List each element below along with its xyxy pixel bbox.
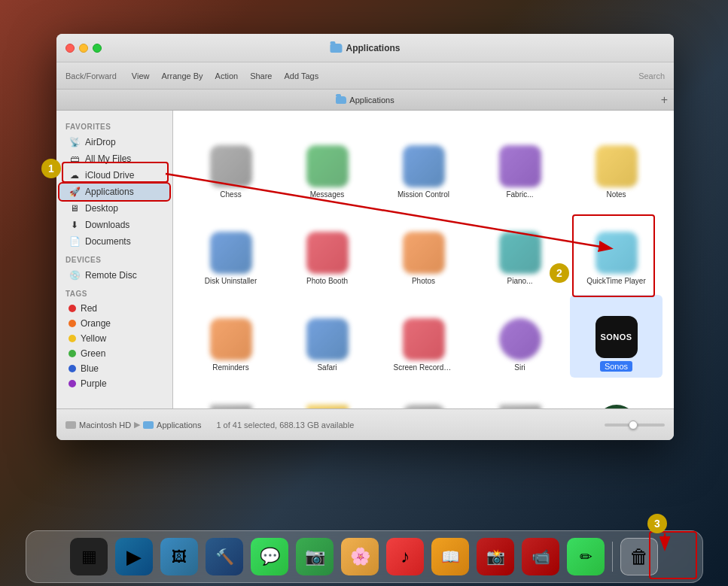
- dock-item-image-browser[interactable]: 🖼: [159, 536, 200, 577]
- arrange-by-button[interactable]: Arrange By: [162, 71, 203, 80]
- app-item-siri[interactable]: Siri: [474, 295, 566, 378]
- app-item-textedit[interactable]: TextEdit: [474, 381, 566, 408]
- sidebar-item-icloud-drive[interactable]: ☁ iCloud Drive: [59, 167, 169, 184]
- sidebar-item-tag-blue[interactable]: Blue: [59, 361, 169, 376]
- sidebar-item-tag-orange[interactable]: Orange: [59, 316, 169, 331]
- sonos-text: SONOS: [600, 332, 632, 342]
- toolbar: Back/Forward View Arrange By Action Shar…: [56, 62, 674, 90]
- blue-tag-dot: [69, 365, 76, 372]
- app-item-chess[interactable]: Chess: [184, 122, 277, 205]
- maximize-button[interactable]: [93, 44, 102, 53]
- downloads-icon: ⬇: [69, 219, 81, 231]
- app-item-sonos[interactable]: SONOS Sonos: [570, 295, 663, 378]
- dock-item-quicktime[interactable]: ▶: [114, 536, 154, 577]
- annotation-3: 3: [647, 514, 667, 533]
- dock-item-trash[interactable]: 🗑: [619, 536, 659, 577]
- photos-icon: [403, 232, 445, 274]
- app-item-messages[interactable]: Messages: [281, 122, 373, 205]
- app-item-reminders[interactable]: Reminders: [184, 295, 277, 378]
- tags-section-title: Tags: [56, 284, 172, 301]
- close-button[interactable]: [65, 44, 75, 53]
- favorites-section-title: Favorites: [56, 117, 172, 134]
- app-item-photos[interactable]: Photos: [377, 208, 470, 291]
- sidebar-item-remote-disc[interactable]: 💿 Remote Disc: [59, 267, 169, 284]
- sidebar-item-tag-red[interactable]: Red: [59, 301, 169, 316]
- minimize-button[interactable]: [79, 44, 88, 53]
- share-button[interactable]: Share: [250, 71, 272, 80]
- app-item-quicktime[interactable]: QuickTime Player: [570, 208, 663, 291]
- chess-icon: [210, 145, 252, 187]
- dock-item-photobooth[interactable]: 📸: [475, 536, 516, 577]
- title-bar: Applications: [56, 34, 674, 62]
- dock-item-photos[interactable]: 🌸: [340, 536, 380, 577]
- sketchbook-icon: ✏: [567, 538, 605, 575]
- dock-item-music[interactable]: ♪: [385, 536, 425, 577]
- size-slider[interactable]: [605, 424, 665, 427]
- desktop-icon: 🖥: [69, 202, 81, 214]
- safari-icon: [306, 318, 349, 360]
- sidebar-item-tag-purple[interactable]: Purple: [59, 376, 169, 391]
- sidebar-item-label: AirDrop: [85, 137, 116, 147]
- photo-booth-icon: [306, 232, 349, 274]
- dock-item-xcode[interactable]: 🔨: [204, 536, 245, 577]
- app-item-fabric[interactable]: Fabric...: [474, 122, 566, 205]
- dock-item-messages[interactable]: 💬: [249, 536, 290, 577]
- add-tags-button[interactable]: Add Tags: [284, 71, 318, 80]
- documents-icon: 📄: [69, 235, 81, 247]
- sidebar: Favorites 📡 AirDrop 🗃 All My Files ☁ iCl…: [56, 111, 173, 408]
- sidebar-item-documents[interactable]: 📄 Documents: [59, 233, 169, 250]
- app-label: Fabric...: [506, 190, 533, 199]
- siri-icon: [499, 318, 541, 360]
- dock-item-books[interactable]: 📖: [430, 536, 471, 577]
- sidebar-item-tag-green[interactable]: Green: [59, 346, 169, 361]
- search-button[interactable]: Search: [638, 71, 665, 80]
- messages-icon: [306, 145, 349, 187]
- sidebar-item-downloads[interactable]: ⬇ Downloads: [59, 217, 169, 233]
- app-label: Disk Uninstaller: [205, 277, 257, 285]
- app-item-screen-recorder[interactable]: Screen Recorder Make Up: [377, 295, 470, 378]
- app-item-mission-control[interactable]: Mission Control: [377, 122, 470, 205]
- remote-disc-icon: 💿: [69, 269, 81, 281]
- toolbar-actions: View Arrange By Action Share Add Tags: [132, 71, 318, 80]
- app-item-notes[interactable]: Notes: [570, 122, 663, 205]
- reminders-icon: [210, 318, 252, 360]
- app-label-sonos: Sonos: [600, 361, 632, 372]
- music-icon: ♪: [386, 538, 424, 575]
- slider-thumb[interactable]: [629, 421, 638, 430]
- new-tab-button[interactable]: +: [661, 94, 668, 106]
- back-forward-button[interactable]: Back/Forward: [65, 71, 117, 80]
- screen-recorder-icon: [403, 318, 445, 360]
- tag-label: Blue: [81, 363, 99, 374]
- app-label: Reminders: [212, 363, 248, 372]
- applications-tab[interactable]: Applications: [336, 96, 394, 105]
- sidebar-item-label: iCloud Drive: [85, 170, 134, 181]
- app-item-system-prefs[interactable]: System Preferences: [377, 381, 470, 408]
- sidebar-item-all-my-files[interactable]: 🗃 All My Files: [59, 150, 169, 167]
- dock-item-launchpad[interactable]: ▦: [69, 536, 109, 577]
- breadcrumb: Macintosh HD ▶ Applications: [65, 420, 201, 430]
- green-tag-dot: [69, 350, 76, 357]
- app-item-disk[interactable]: Disk Uninstaller: [184, 208, 277, 291]
- dock-item-facetime2[interactable]: 📹: [520, 536, 561, 577]
- sidebar-item-airdrop[interactable]: 📡 AirDrop: [59, 134, 169, 150]
- action-button[interactable]: Action: [215, 71, 239, 80]
- image-browser-icon: 🖼: [160, 538, 198, 575]
- dock-item-facetime[interactable]: 📷: [294, 536, 335, 577]
- books-icon: 📖: [431, 538, 469, 575]
- view-button[interactable]: View: [132, 71, 150, 80]
- app-item-photo-booth[interactable]: Photo Booth: [281, 208, 373, 291]
- sidebar-item-applications[interactable]: 🚀 Applications: [59, 184, 169, 200]
- app-item-time-machine[interactable]: 🕐 Time Machine: [570, 381, 663, 408]
- app-item-stickies[interactable]: Stickies: [281, 381, 373, 408]
- tab-folder-icon: [336, 96, 346, 104]
- purple-tag-dot: [69, 380, 76, 387]
- dock-item-sketchbook[interactable]: ✏: [565, 536, 606, 577]
- messages-dock-icon: 💬: [251, 538, 288, 575]
- app-label: Safari: [317, 363, 337, 372]
- system-prefs-icon: [403, 405, 445, 408]
- app-item-noiseblend[interactable]: NoiseBlend.xml: [184, 381, 277, 408]
- hd-icon: [65, 421, 76, 429]
- sidebar-item-desktop[interactable]: 🖥 Desktop: [59, 200, 169, 217]
- app-item-safari[interactable]: Safari: [281, 295, 373, 378]
- sidebar-item-tag-yellow[interactable]: Yellow: [59, 331, 169, 346]
